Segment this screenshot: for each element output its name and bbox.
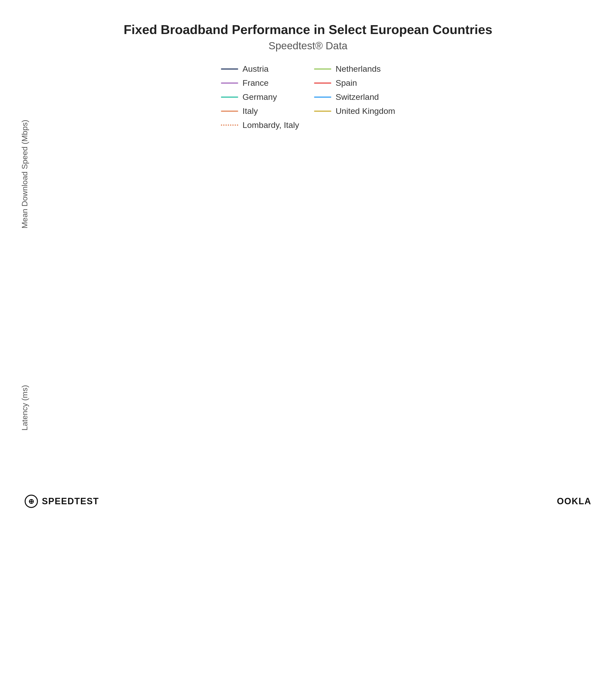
legend-item: Germany — [221, 92, 299, 102]
legend: AustriaFranceGermanyItalyLombardy, Italy… — [20, 64, 596, 130]
x-axis-label: Feb 3-9 — [319, 501, 357, 521]
page-subtitle: Speedtest® Data — [20, 40, 596, 52]
x-axis-label: Mar 2-8 — [469, 315, 506, 335]
x-axis-label: Feb 17-23 — [394, 315, 432, 335]
x-axis-label: Feb 3-9 — [319, 315, 357, 335]
x-axis-label: Feb 10-16 — [357, 501, 394, 521]
legend-item: Switzerland — [314, 92, 395, 102]
x-axis-label: Feb 10-16 — [357, 315, 394, 335]
series-UnitedKingdom — [52, 406, 586, 421]
ookla-logo: OOKLA — [557, 538, 591, 548]
series-Austria — [52, 427, 586, 437]
download-y-axis-label: Mean Download Speed (Mbps) — [20, 120, 29, 228]
latency-y-axis-label: Latency (ms) — [20, 406, 29, 451]
series-Netherlands — [52, 200, 586, 209]
x-axis-label: Jan 20-26 — [244, 501, 281, 521]
speedtest-logo: ⊕ SPEEDTEST — [25, 536, 99, 549]
page-title: Fixed Broadband Performance in Select Eu… — [20, 22, 596, 37]
x-axis-label: Feb 24 - March 1 — [432, 315, 469, 335]
legend-item: Lombardy, Italy — [221, 120, 299, 130]
x-axis-label: Mar 9-15 — [507, 501, 544, 521]
series-Spain — [52, 177, 586, 197]
x-axis-label: Mar 16-22 — [544, 315, 582, 335]
x-axis-label: Feb 17-23 — [394, 501, 432, 521]
x-axis-label: Jan 20-26 — [244, 315, 281, 335]
x-axis-label: Feb 24 - March 1 — [432, 501, 469, 521]
x-axis-label: Dec 16-22 2019 — [56, 315, 94, 335]
footer: ⊕ SPEEDTEST OOKLA — [20, 536, 596, 549]
x-axis-label: Jan 6-12 — [169, 315, 207, 335]
x-axis-label: Dec 16-22 2019 — [56, 501, 94, 521]
x-axis-label: Dec 30 - Jan 5 2020 — [131, 315, 169, 335]
x-axis-label: Jan 27 - Feb 2 — [281, 315, 319, 335]
series-Germany — [52, 212, 586, 241]
speedtest-icon: ⊕ — [25, 536, 38, 549]
series-Austria — [52, 258, 586, 267]
speedtest-label: SPEEDTEST — [42, 538, 99, 548]
legend-item: Italy — [221, 106, 299, 116]
x-axis-label: Mar 16-22 — [544, 501, 582, 521]
x-axis-label: Jan 13-19 — [207, 501, 244, 521]
legend-item: France — [221, 78, 299, 88]
x-axis-label: Jan 27 - Feb 2 — [281, 501, 319, 521]
x-axis-label: Dec 23-29 — [94, 501, 131, 521]
legend-item: Spain — [314, 78, 395, 88]
legend-item: Austria — [221, 64, 299, 74]
legend-item: Netherlands — [314, 64, 395, 74]
x-axis-label: Dec 30 - Jan 5 2020 — [131, 501, 169, 521]
series-France — [52, 172, 586, 192]
x-axis-label: Mar 9-15 — [507, 315, 544, 335]
series-Italy — [52, 249, 586, 259]
legend-item: United Kingdom — [314, 106, 395, 116]
series-Lombardy — [52, 415, 586, 430]
x-axis-label: Jan 6-12 — [169, 501, 207, 521]
x-axis-label: Dec 23-29 — [94, 315, 131, 335]
x-axis-label: Jan 13-19 — [207, 315, 244, 335]
x-axis-label: Mar 2-8 — [469, 501, 506, 521]
